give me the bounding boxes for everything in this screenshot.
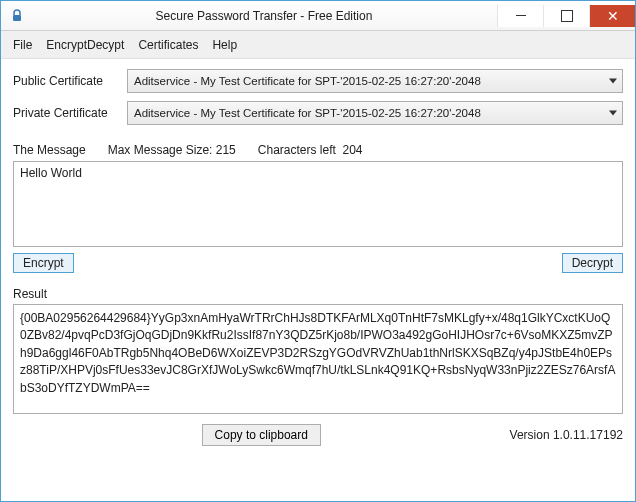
chevron-down-icon	[609, 111, 617, 116]
version-text: Version 1.0.11.17192	[510, 428, 623, 442]
menu-certificates[interactable]: Certificates	[138, 38, 198, 52]
max-size-group: Max Message Size: 215	[108, 143, 236, 157]
encrypt-button[interactable]: Encrypt	[13, 253, 74, 273]
app-icon	[9, 8, 25, 24]
menu-encrypt-decrypt[interactable]: EncryptDecypt	[46, 38, 124, 52]
private-cert-label: Private Certificate	[13, 106, 119, 120]
window-title: Secure Password Transfer - Free Edition	[31, 9, 497, 23]
window-controls: ✕	[497, 5, 635, 27]
chars-left-group: Characters left 204	[258, 143, 363, 157]
result-output[interactable]: {00BA02956264429684}YyGp3xnAmHyaWrTRrChH…	[13, 304, 623, 414]
menu-file[interactable]: File	[13, 38, 32, 52]
max-size-value: 215	[216, 143, 236, 157]
private-cert-value: Aditservice - My Test Certificate for SP…	[134, 107, 481, 119]
private-cert-dropdown[interactable]: Aditservice - My Test Certificate for SP…	[127, 101, 623, 125]
footer: Copy to clipboard Version 1.0.11.17192	[13, 424, 623, 446]
title-bar: Secure Password Transfer - Free Edition …	[1, 1, 635, 31]
result-label: Result	[13, 287, 623, 301]
public-cert-dropdown[interactable]: Aditservice - My Test Certificate for SP…	[127, 69, 623, 93]
message-label: The Message	[13, 143, 86, 157]
message-header: The Message Max Message Size: 215 Charac…	[13, 143, 623, 157]
svg-rect-0	[13, 15, 21, 21]
decrypt-button[interactable]: Decrypt	[562, 253, 623, 273]
public-cert-label: Public Certificate	[13, 74, 119, 88]
app-window: Secure Password Transfer - Free Edition …	[0, 0, 636, 502]
maximize-button[interactable]	[543, 5, 589, 27]
action-row: Encrypt Decrypt	[13, 253, 623, 273]
message-input[interactable]: Hello World	[13, 161, 623, 247]
private-cert-row: Private Certificate Aditservice - My Tes…	[13, 101, 623, 125]
minimize-button[interactable]	[497, 5, 543, 27]
public-cert-row: Public Certificate Aditservice - My Test…	[13, 69, 623, 93]
chevron-down-icon	[609, 79, 617, 84]
content-area: Public Certificate Aditservice - My Test…	[1, 59, 635, 501]
menu-bar: File EncryptDecypt Certificates Help	[1, 31, 635, 59]
public-cert-value: Aditservice - My Test Certificate for SP…	[134, 75, 481, 87]
menu-help[interactable]: Help	[212, 38, 237, 52]
chars-left-value: 204	[343, 143, 363, 157]
copy-button[interactable]: Copy to clipboard	[202, 424, 321, 446]
close-button[interactable]: ✕	[589, 5, 635, 27]
